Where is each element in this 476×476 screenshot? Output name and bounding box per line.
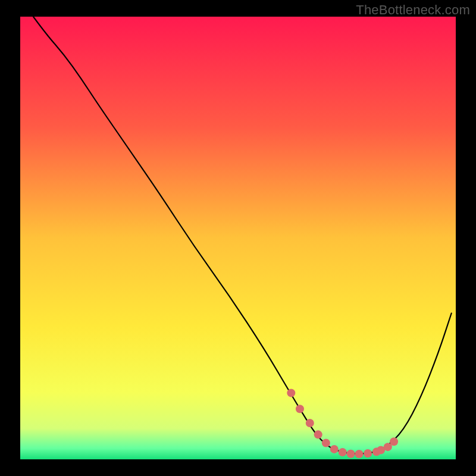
watermark-text: TheBottleneck.com: [356, 2, 470, 18]
chart-frame: TheBottleneck.com: [0, 0, 476, 476]
curve-layer: [20, 17, 456, 459]
plot-area: [20, 17, 456, 459]
